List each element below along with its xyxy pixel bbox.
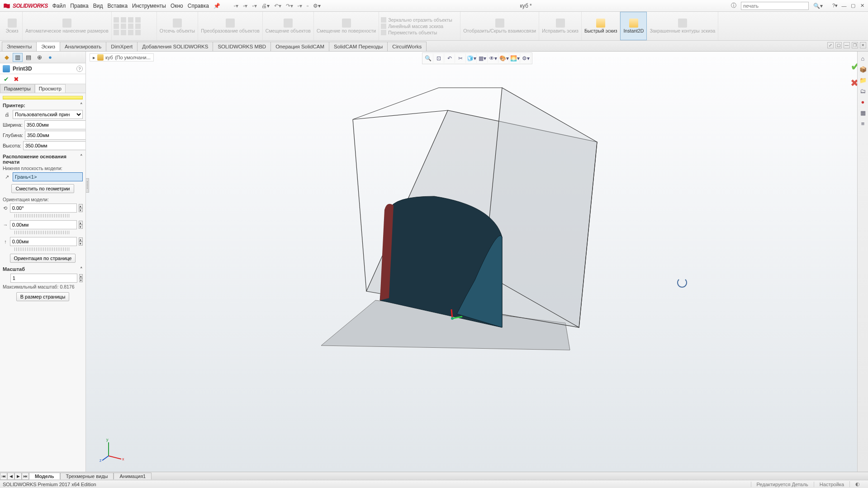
angle-input[interactable]: [10, 204, 77, 213]
chevron-up-icon[interactable]: ˄: [80, 154, 83, 165]
breadcrumb-part[interactable]: куб: [105, 55, 113, 60]
menu-window[interactable]: Окно: [171, 3, 183, 9]
tab-mbd[interactable]: SOLIDWORKS MBD: [213, 42, 271, 51]
panel-tab-preview[interactable]: Просмотр: [35, 84, 66, 93]
qat-options-icon[interactable]: ⚙▾: [313, 3, 321, 9]
bottom-tab-model[interactable]: Модель: [29, 473, 60, 479]
width-input[interactable]: [24, 120, 85, 129]
menu-tools[interactable]: Инструменты: [132, 3, 166, 9]
view-palette-icon[interactable]: ●: [859, 98, 867, 106]
panel-tab-params[interactable]: Параметры: [0, 84, 35, 93]
tab-solidcam-operation[interactable]: Операция SolidCAM: [270, 42, 329, 51]
chevron-up-icon[interactable]: ˄: [80, 102, 83, 108]
custom-props-icon[interactable]: ≡: [859, 119, 867, 128]
bottom-tab-animation[interactable]: Анимация1: [114, 473, 152, 479]
feature-tree-icon[interactable]: ◆: [2, 53, 12, 62]
help-icon[interactable]: ?▾: [832, 3, 838, 9]
tab-circuitworks[interactable]: CircuitWorks: [387, 42, 427, 51]
spinner-down-icon[interactable]: ▾: [79, 242, 83, 246]
home-icon[interactable]: ⌂: [859, 54, 867, 62]
zoom-fit-icon[interactable]: 🔍: [423, 54, 433, 63]
previous-view-icon[interactable]: ↶: [445, 54, 455, 63]
fit-to-page-button[interactable]: В размер страницы: [16, 292, 70, 301]
ribbon-offset-surf-button[interactable]: Смещение по поверхности: [314, 12, 379, 40]
tab-sketch[interactable]: Эскиз: [36, 42, 60, 51]
search-category-icon[interactable]: ⓘ: [731, 2, 736, 9]
dy-slider[interactable]: [14, 247, 71, 251]
pin-icon[interactable]: 📌: [213, 3, 220, 9]
face-selection-field[interactable]: Грань<1>: [13, 172, 83, 181]
rotate-gizmo-icon[interactable]: [677, 278, 687, 288]
height-input[interactable]: [23, 141, 85, 150]
maximize-icon[interactable]: ▢: [850, 3, 856, 9]
status-extra-icon[interactable]: ◐: [849, 481, 865, 487]
angle-slider[interactable]: [14, 214, 71, 218]
ok-button[interactable]: ✔: [4, 76, 9, 83]
spinner-up-icon[interactable]: ▴: [79, 204, 83, 208]
file-explorer-icon[interactable]: 🗂: [859, 87, 867, 95]
status-custom[interactable]: Настройка: [814, 482, 849, 487]
tab-dimxpert[interactable]: DimXpert: [106, 42, 138, 51]
tab-nav-last-icon[interactable]: ⏭: [22, 473, 29, 480]
menu-view[interactable]: Вид: [93, 3, 103, 9]
spinner-down-icon[interactable]: ▾: [79, 225, 83, 229]
ribbon-auto-dim-button[interactable]: Автоматическое нанесение размеров: [23, 12, 112, 40]
tab-nav-first-icon[interactable]: ⏮: [0, 473, 7, 480]
depth-input[interactable]: [25, 131, 85, 140]
display-style-icon[interactable]: ▦▾: [478, 54, 488, 63]
tab-window-icon[interactable]: ▢: [835, 42, 842, 48]
chevron-up-icon[interactable]: ˄: [80, 266, 83, 272]
search-input[interactable]: [741, 2, 809, 10]
view-orientation-icon[interactable]: 🧊▾: [467, 54, 477, 63]
ribbon-sketch-tools[interactable]: [112, 12, 157, 40]
tab-solidcam-transitions[interactable]: SolidCAM Переходы: [329, 42, 388, 51]
tab-minimize-icon[interactable]: —: [844, 42, 850, 48]
qat-redo-icon[interactable]: ↷▾: [286, 3, 293, 9]
scale-input[interactable]: [10, 274, 77, 283]
printer-select[interactable]: Пользовательский прин: [13, 110, 83, 119]
orient-to-page-button[interactable]: Ориентация по странице: [10, 254, 76, 263]
offset-by-geometry-button[interactable]: Сместить по геометрии: [11, 184, 74, 193]
edit-appearance-icon[interactable]: 🎨▾: [499, 54, 509, 63]
tab-restore-icon[interactable]: ❐: [852, 42, 858, 48]
apply-scene-icon[interactable]: 🌅▾: [510, 54, 520, 63]
tab-features[interactable]: Элементы: [2, 42, 37, 51]
appearances-icon[interactable]: ▦: [859, 109, 867, 117]
graphics-area[interactable]: ▸ куб (По умолчани... 🔍 ⊡ ↶ ✂ 🧊▾ ▦▾ 👁▾ 🎨…: [86, 52, 868, 472]
spinner-up-icon[interactable]: ▴: [79, 237, 83, 242]
zoom-area-icon[interactable]: ⊡: [434, 54, 444, 63]
ribbon-sketch-button[interactable]: Эскиз: [2, 12, 23, 40]
ribbon-instant2d-button[interactable]: Instant2D: [620, 12, 647, 40]
menu-edit[interactable]: Правка: [70, 3, 89, 9]
property-manager-icon[interactable]: ▥: [13, 53, 23, 62]
menu-help[interactable]: Справка: [188, 3, 209, 9]
ribbon-fix-button[interactable]: Исправить эскиз: [539, 12, 582, 40]
tab-analyze[interactable]: Анализировать: [60, 42, 106, 51]
search-icon[interactable]: 🔍▾: [813, 3, 823, 9]
spinner-down-icon[interactable]: ▾: [79, 278, 83, 282]
ribbon-pattern-group[interactable]: Зеркально отразить объекты Линейный масс…: [379, 12, 460, 40]
dimxpert-manager-icon[interactable]: ⊕: [34, 53, 44, 62]
dx-input[interactable]: [10, 220, 77, 229]
tab-addins[interactable]: Добавления SOLIDWORKS: [137, 42, 213, 51]
hide-show-icon[interactable]: 👁▾: [489, 54, 498, 63]
bottom-tab-3dviews[interactable]: Трехмерные виды: [60, 473, 114, 479]
tab-nav-prev-icon[interactable]: ◀: [7, 473, 14, 480]
view-settings-icon[interactable]: ⚙▾: [521, 54, 531, 63]
dx-slider[interactable]: [14, 231, 71, 234]
tab-close-icon[interactable]: ✕: [860, 42, 866, 48]
design-library-icon[interactable]: 📁: [859, 76, 867, 84]
qat-new-icon[interactable]: ▫▾: [234, 3, 238, 9]
orientation-triad[interactable]: y x z: [100, 436, 127, 463]
qat-save-icon[interactable]: ▫▾: [252, 3, 256, 9]
tab-nav-next-icon[interactable]: ▶: [14, 473, 22, 480]
ribbon-quick-sketch-button[interactable]: Быстрый эскиз: [582, 12, 621, 40]
qat-undo-icon[interactable]: ↶▾: [274, 3, 281, 9]
ribbon-convert-button[interactable]: Преобразование объектов: [198, 12, 263, 40]
close-icon[interactable]: ✕: [859, 3, 865, 9]
spinner-up-icon[interactable]: ▴: [79, 221, 83, 225]
dy-input[interactable]: [10, 237, 77, 246]
resources-icon[interactable]: 📦: [859, 65, 867, 73]
panel-help-icon[interactable]: ?: [76, 66, 83, 72]
display-manager-icon[interactable]: ●: [45, 53, 55, 62]
